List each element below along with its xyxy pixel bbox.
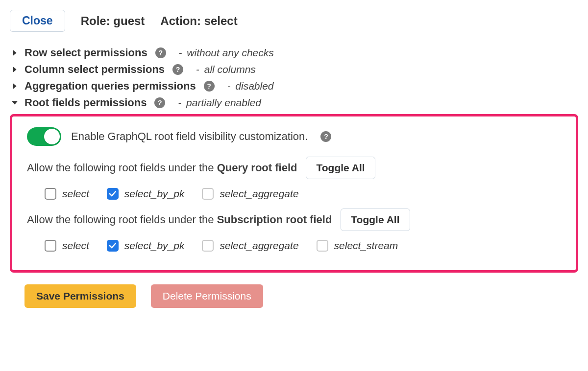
root-fields-panel: Enable GraphQL root field visibility cus…: [10, 114, 578, 273]
query-select-label: select: [62, 188, 89, 200]
row-select-section[interactable]: Row select permissions ? - without any c…: [10, 46, 578, 60]
aggregation-title: Aggregation queries permissions: [24, 80, 196, 93]
subscription-select-stream-item: select_stream: [317, 240, 398, 252]
query-select-checkbox[interactable]: [45, 188, 56, 200]
root-fields-status: partially enabled: [186, 97, 261, 109]
subscription-select-aggregate-checkbox: [202, 240, 214, 252]
query-select-aggregate-label: select_aggregate: [220, 188, 298, 200]
query-subsection: Allow the following root fields under th…: [27, 157, 561, 179]
subscription-select-checkbox[interactable]: [45, 240, 56, 252]
enable-toggle-label: Enable GraphQL root field visibility cus…: [71, 130, 308, 143]
row-select-title: Row select permissions: [24, 46, 147, 59]
help-icon[interactable]: ?: [155, 47, 166, 58]
row-select-status: without any checks: [187, 47, 273, 59]
help-icon[interactable]: ?: [154, 97, 165, 108]
save-permissions-button[interactable]: Save Permissions: [24, 284, 136, 308]
query-toggle-all-button[interactable]: Toggle All: [306, 157, 375, 179]
subscription-checkbox-row: select select_by_pk select_aggregate sel…: [45, 240, 561, 252]
subscription-select-aggregate-label: select_aggregate: [220, 240, 298, 252]
subscription-select-label: select: [62, 240, 89, 252]
chevron-right-icon: [10, 67, 20, 72]
enable-toggle[interactable]: [27, 127, 61, 146]
role-label: Role: guest: [81, 14, 145, 28]
subscription-select-aggregate-item: select_aggregate: [202, 240, 298, 252]
column-select-title: Column select permissions: [24, 63, 165, 76]
help-icon[interactable]: ?: [320, 131, 331, 142]
query-select-aggregate-item: select_aggregate: [202, 188, 298, 200]
root-fields-title: Root fields permissions: [24, 96, 147, 109]
query-select-by-pk-item: select_by_pk: [107, 188, 185, 200]
help-icon[interactable]: ?: [204, 81, 215, 92]
chevron-right-icon: [10, 50, 20, 56]
subscription-select-stream-label: select_stream: [334, 240, 398, 252]
subscription-subsection: Allow the following root fields under th…: [27, 209, 561, 231]
delete-permissions-button[interactable]: Delete Permissions: [151, 284, 263, 308]
aggregation-status: disabled: [235, 80, 273, 92]
footer-buttons: Save Permissions Delete Permissions: [24, 284, 578, 308]
subscription-toggle-all-button[interactable]: Toggle All: [341, 209, 410, 231]
query-select-by-pk-checkbox[interactable]: [107, 188, 119, 200]
header: Close Role: guest Action: select: [10, 10, 578, 32]
help-icon[interactable]: ?: [172, 64, 183, 75]
query-select-aggregate-checkbox: [202, 188, 214, 200]
column-select-status: all columns: [204, 64, 256, 75]
chevron-down-icon: [10, 100, 20, 106]
subscription-select-item: select: [45, 240, 89, 252]
subscription-select-by-pk-label: select_by_pk: [124, 240, 185, 252]
root-fields-section[interactable]: Root fields permissions ? - partially en…: [10, 95, 578, 110]
toggle-knob: [44, 129, 60, 144]
chevron-right-icon: [10, 83, 20, 89]
subscription-subsection-text: Allow the following root fields under th…: [27, 213, 332, 226]
query-subsection-text: Allow the following root fields under th…: [27, 162, 297, 174]
column-select-section[interactable]: Column select permissions ? - all column…: [10, 62, 578, 77]
subscription-select-by-pk-checkbox[interactable]: [107, 240, 119, 252]
query-select-item: select: [45, 188, 89, 200]
aggregation-section[interactable]: Aggregation queries permissions ? - disa…: [10, 79, 578, 93]
close-button[interactable]: Close: [10, 10, 65, 32]
subscription-select-stream-checkbox: [317, 240, 328, 252]
enable-toggle-row: Enable GraphQL root field visibility cus…: [27, 127, 561, 146]
subscription-select-by-pk-item: select_by_pk: [107, 240, 185, 252]
query-checkbox-row: select select_by_pk select_aggregate: [45, 188, 561, 200]
query-select-by-pk-label: select_by_pk: [124, 188, 185, 200]
action-label: Action: select: [160, 14, 237, 28]
